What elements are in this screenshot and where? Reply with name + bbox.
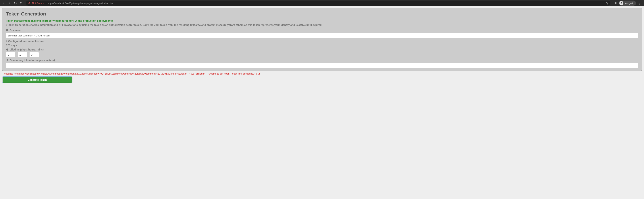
svg-point-2 [621,3,622,4]
bookmark-star-icon[interactable] [605,2,608,4]
token-generation-panel: Token Generation Token management backen… [2,8,642,71]
incognito-label: Incognito [624,2,634,4]
info-icon: i [6,40,7,43]
not-secure-label: Not Secure [32,2,44,4]
comment-icon [6,29,8,31]
error-message: Response from https://localhost:8443/gat… [2,72,642,75]
back-button[interactable] [1,0,6,6]
incognito-badge[interactable]: Incognito [619,0,636,6]
svg-point-6 [639,4,640,4]
page-title: Token Generation [6,11,638,17]
url-text: https://localhost:8443/gateway/homepage/… [48,2,113,4]
lifetime-days-input[interactable] [6,52,16,57]
home-button[interactable] [18,0,24,6]
max-lifetime-value: 120 days [6,44,638,47]
clock-icon [6,48,8,51]
warning-icon [258,72,260,75]
backend-status-message: Token management backend is properly con… [6,19,638,22]
forward-button[interactable] [7,0,12,6]
incognito-icon [619,1,624,5]
impersonation-label: Generating token for (impersonation): [6,59,638,62]
not-secure-icon [28,2,31,4]
impersonation-input[interactable] [6,63,638,68]
max-lifetime-label: iConfigured maximum lifetime: [6,40,638,43]
lifetime-label: Lifetime (days, hours, mins): [6,48,638,51]
address-bar[interactable]: Not Secure | https://localhost:8443/gate… [26,0,610,6]
reload-button[interactable] [13,0,18,6]
lifetime-mins-input[interactable] [29,52,39,57]
comment-input[interactable] [6,33,638,38]
comment-label: Comment: [6,29,638,32]
info-text: iToken Generation enables integration an… [6,23,638,27]
svg-point-4 [639,2,640,2]
svg-point-3 [622,3,622,4]
svg-point-5 [639,3,640,3]
side-panel-icon[interactable] [612,0,618,6]
browser-menu-button[interactable] [637,2,642,4]
user-icon [6,59,8,61]
url-separator: | [46,2,46,4]
lifetime-hours-input[interactable] [18,52,27,57]
svg-point-8 [7,59,8,60]
browser-toolbar: Not Secure | https://localhost:8443/gate… [0,0,644,6]
info-icon: i [6,24,7,26]
generate-token-button[interactable]: Generate Token [2,77,72,83]
svg-rect-0 [614,2,616,4]
